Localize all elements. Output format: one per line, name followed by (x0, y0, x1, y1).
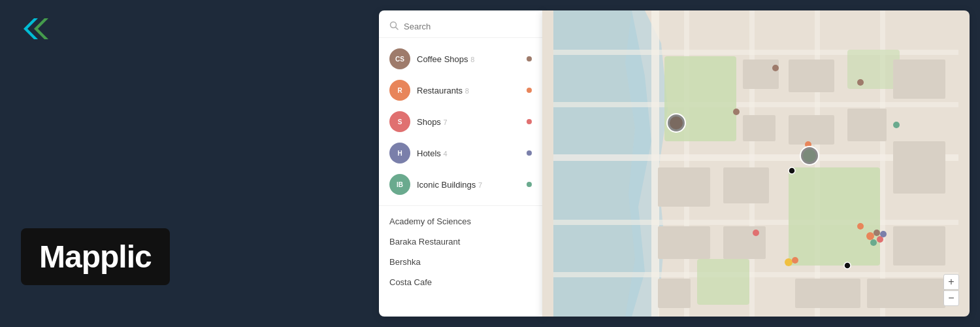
svg-rect-8 (815, 10, 820, 317)
svg-rect-7 (749, 10, 755, 317)
category-dot (527, 182, 532, 187)
category-label: Coffee Shops 8 (417, 54, 520, 64)
svg-point-38 (857, 223, 864, 230)
svg-rect-18 (847, 50, 900, 89)
svg-rect-21 (847, 109, 887, 141)
svg-point-53 (792, 257, 798, 264)
zoom-in-button[interactable]: + (943, 274, 959, 290)
location-item[interactable]: Academy of Sciences (379, 211, 542, 232)
search-area (379, 10, 542, 38)
svg-point-36 (733, 109, 740, 115)
svg-point-52 (785, 258, 792, 266)
brand-name: Mapplic (39, 239, 152, 274)
svg-point-34 (772, 65, 779, 71)
svg-rect-30 (893, 226, 945, 266)
svg-rect-29 (723, 226, 766, 259)
locations-list: Academy of SciencesBaraka RestaurantBers… (379, 206, 542, 317)
categories-list: CSCoffee Shops 8RRestaurants 8SShops 7HH… (379, 38, 542, 206)
svg-rect-5 (651, 10, 659, 317)
category-label: Shops 7 (417, 117, 520, 127)
sidebar: CSCoffee Shops 8RRestaurants 8SShops 7HH… (379, 10, 542, 317)
category-badge: S (389, 111, 410, 132)
svg-rect-17 (697, 259, 749, 305)
svg-rect-23 (743, 115, 776, 141)
logo-icon (21, 16, 55, 42)
category-item-coffee-shops[interactable]: CSCoffee Shops 8 (379, 43, 542, 75)
category-dot (527, 88, 532, 93)
category-dot (527, 119, 532, 124)
category-label: Iconic Buildings 7 (417, 180, 520, 190)
category-badge: IB (389, 174, 410, 195)
svg-rect-20 (789, 60, 834, 92)
category-badge: H (389, 143, 410, 164)
location-item[interactable]: Costa Cafe (379, 272, 542, 292)
category-count: 7 (443, 118, 447, 126)
category-dot (527, 56, 532, 61)
svg-rect-27 (893, 141, 945, 194)
location-item[interactable]: Bershka (379, 252, 542, 272)
svg-point-50 (789, 167, 795, 174)
svg-point-49 (870, 239, 877, 246)
category-count: 4 (443, 150, 447, 158)
category-item-hotels[interactable]: HHotels 4 (379, 137, 542, 169)
zoom-out-button[interactable]: − (943, 290, 959, 306)
category-dot (527, 150, 532, 156)
svg-rect-25 (658, 167, 710, 207)
svg-rect-32 (795, 279, 860, 308)
category-item-restaurants[interactable]: RRestaurants 8 (379, 75, 542, 106)
svg-marker-1 (34, 18, 48, 39)
category-count: 8 (465, 87, 469, 95)
svg-point-35 (857, 79, 864, 86)
svg-point-45 (866, 232, 874, 240)
search-icon (389, 21, 399, 32)
category-label: Restaurants 8 (417, 86, 520, 95)
svg-line-3 (396, 27, 399, 30)
left-panel: Mapplic (0, 0, 379, 327)
category-count: 7 (478, 181, 482, 189)
brand-box: Mapplic (21, 228, 170, 285)
svg-point-51 (844, 262, 851, 269)
category-count: 8 (470, 56, 474, 63)
svg-rect-22 (893, 60, 945, 99)
search-input[interactable] (404, 22, 532, 31)
map-area: + − (542, 10, 970, 317)
map-svg (542, 10, 970, 317)
svg-rect-26 (723, 167, 769, 203)
svg-rect-14 (553, 272, 958, 277)
svg-point-44 (803, 149, 816, 162)
logo-area (21, 16, 55, 42)
svg-point-48 (880, 231, 887, 237)
svg-point-40 (893, 122, 900, 128)
svg-rect-16 (789, 167, 880, 266)
category-badge: CS (389, 48, 410, 69)
map-controls: + − (943, 274, 959, 306)
svg-rect-33 (867, 279, 945, 308)
svg-point-42 (670, 116, 683, 129)
svg-rect-31 (658, 279, 691, 308)
svg-point-39 (753, 230, 759, 236)
svg-rect-24 (789, 115, 834, 145)
category-label: Hotels 4 (417, 148, 520, 158)
category-item-iconic-buildings[interactable]: IBIconic Buildings 7 (379, 169, 542, 200)
svg-rect-13 (553, 220, 958, 225)
location-item[interactable]: Baraka Restaurant (379, 232, 542, 252)
category-badge: R (389, 80, 410, 101)
svg-rect-28 (658, 226, 710, 259)
svg-rect-11 (553, 102, 958, 107)
category-item-shops[interactable]: SShops 7 (379, 106, 542, 137)
svg-point-46 (874, 230, 880, 236)
main-content: CSCoffee Shops 8RRestaurants 8SShops 7HH… (379, 0, 980, 327)
svg-rect-19 (743, 60, 779, 89)
